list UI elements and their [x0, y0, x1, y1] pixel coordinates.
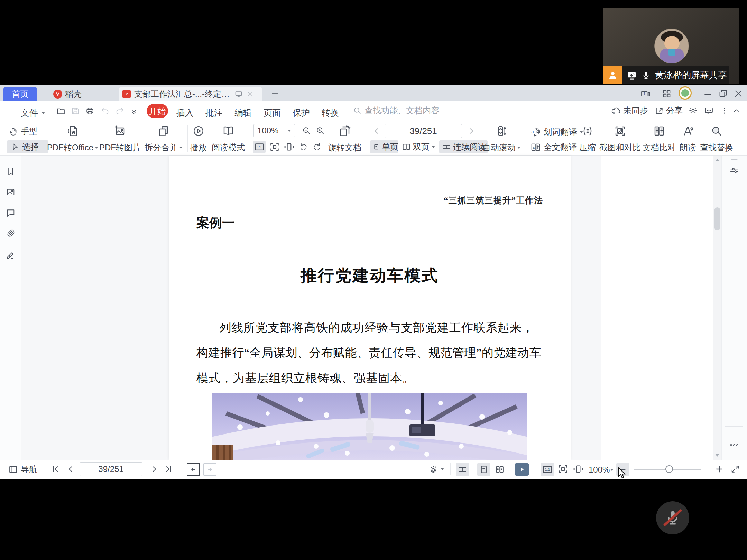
comments-panel-icon[interactable]: [6, 208, 16, 218]
presentation-monitor-icon[interactable]: [234, 90, 243, 98]
ribbon-tab-start[interactable]: 开始: [147, 104, 168, 118]
search-box[interactable]: 查找功能、文档内容: [353, 105, 439, 116]
pdf-to-office-tool[interactable]: PDF转Office: [46, 124, 100, 154]
attachments-panel-icon[interactable]: [6, 228, 16, 238]
rotate-doc-tool[interactable]: 旋转文档: [326, 124, 363, 154]
status-double-page-button[interactable]: [493, 463, 506, 476]
mute-mic-button[interactable]: [656, 501, 689, 534]
zoom-plus-icon[interactable]: [714, 464, 724, 474]
account-avatar[interactable]: [679, 86, 692, 100]
full-translate-tool[interactable]: a 全文翻译: [531, 142, 577, 153]
first-page-icon[interactable]: [50, 464, 60, 474]
eye-protect-toggle[interactable]: [428, 464, 444, 474]
find-replace-tool[interactable]: 查找替换: [699, 124, 735, 154]
double-page-button[interactable]: 双页: [400, 140, 437, 153]
next-page-icon[interactable]: [467, 127, 476, 136]
next-page-icon[interactable]: [149, 464, 159, 474]
history-back-button[interactable]: [187, 463, 200, 476]
pdf-to-image-tool[interactable]: PDF转图片: [99, 124, 141, 154]
more-options-icon[interactable]: [720, 106, 729, 115]
play-tool[interactable]: 播放: [189, 124, 208, 154]
collapse-ribbon-icon[interactable]: [732, 106, 741, 115]
pdf-to-office-caret-icon: [95, 147, 98, 149]
single-page-button[interactable]: 单页: [370, 140, 398, 153]
tab-home[interactable]: 首页: [3, 87, 37, 101]
rotate-ccw-icon[interactable]: [298, 142, 308, 152]
status-page-box[interactable]: 39/251: [80, 462, 142, 476]
restore-window-icon[interactable]: [718, 88, 728, 99]
fit-page-icon[interactable]: [557, 464, 569, 475]
zoom-out-icon[interactable]: [302, 126, 311, 136]
zoom-select[interactable]: 100%: [253, 124, 295, 137]
open-file-icon[interactable]: [56, 106, 66, 116]
close-window-icon[interactable]: [733, 88, 744, 99]
tab-grid-icon[interactable]: [662, 89, 672, 99]
zoom-slider-knob[interactable]: [665, 465, 673, 473]
presenter-video-tile[interactable]: 黄泳桦的屏幕共享: [603, 8, 739, 84]
print-icon[interactable]: [85, 106, 95, 116]
split-merge-tool[interactable]: 拆分合并: [142, 124, 185, 154]
vertical-scrollbar[interactable]: [713, 156, 721, 460]
new-tab-icon[interactable]: [270, 89, 279, 98]
hand-tool[interactable]: 手型: [9, 126, 37, 137]
last-page-icon[interactable]: [164, 464, 174, 474]
scroll-down-icon[interactable]: [715, 454, 720, 457]
reading-mode-tool[interactable]: 阅读模式: [210, 124, 246, 154]
single-window-icon[interactable]: 1: [640, 88, 651, 99]
share-button[interactable]: 分享: [654, 105, 683, 116]
fit-width-icon[interactable]: [284, 141, 295, 152]
zoom-in-icon[interactable]: [315, 126, 325, 136]
ribbon-tab-insert[interactable]: 插入: [176, 107, 194, 119]
bookmarks-panel-icon[interactable]: [6, 167, 16, 176]
avatar-shirt: [668, 49, 675, 56]
settings-gear-icon[interactable]: [688, 106, 698, 115]
save-icon[interactable]: [71, 106, 80, 116]
word-translate-tool[interactable]: a 划词翻译: [531, 127, 583, 138]
feedback-comment-icon[interactable]: [704, 106, 714, 115]
status-actual-size-button[interactable]: 1:1: [541, 463, 554, 476]
status-play-button[interactable]: [515, 463, 529, 476]
file-menu[interactable]: 文件: [21, 107, 38, 119]
continuous-button[interactable]: 连续阅读: [439, 140, 488, 153]
fit-width-icon[interactable]: [573, 464, 584, 475]
ribbon-tab-protect[interactable]: 保护: [293, 107, 310, 119]
scroll-up-icon[interactable]: [715, 158, 720, 162]
undo-icon[interactable]: [100, 106, 110, 116]
redo-icon[interactable]: [115, 106, 124, 116]
signature-panel-icon[interactable]: [6, 250, 16, 260]
rail-more-icon[interactable]: [729, 442, 739, 448]
prev-page-icon[interactable]: [66, 464, 75, 474]
auto-scroll-tool[interactable]: 自动滚动: [481, 124, 522, 154]
read-aloud-tool[interactable]: 朗读: [678, 124, 698, 154]
compress-tool[interactable]: 压缩: [577, 124, 598, 154]
fit-page-icon[interactable]: [269, 141, 280, 152]
main-menu-icon[interactable]: [8, 106, 17, 115]
rotate-cw-icon[interactable]: [312, 142, 322, 152]
screenshot-compare-tool[interactable]: 截图和对比: [598, 124, 642, 154]
more-commands-icon[interactable]: [130, 108, 138, 115]
sync-status[interactable]: 未同步: [611, 105, 648, 116]
rail-drag-handle-icon[interactable]: [730, 158, 739, 163]
actual-size-button[interactable]: 1:1: [253, 141, 266, 153]
images-panel-icon[interactable]: [6, 187, 16, 197]
tab-docer[interactable]: 稻壳: [48, 87, 110, 101]
status-single-page-button[interactable]: [477, 463, 490, 476]
ribbon-tab-page[interactable]: 页面: [264, 107, 281, 119]
ribbon-tab-convert[interactable]: 转换: [322, 107, 339, 119]
prev-page-icon[interactable]: [372, 127, 381, 136]
status-continuous-button[interactable]: [456, 463, 469, 476]
ribbon-tab-edit[interactable]: 编辑: [234, 107, 252, 119]
ribbon-tab-comment[interactable]: 批注: [205, 107, 223, 119]
rail-adjust-sliders-icon[interactable]: [729, 165, 739, 176]
page-indicator-box[interactable]: 39/251: [385, 124, 462, 138]
history-forward-button[interactable]: [203, 463, 216, 476]
navigation-toggle[interactable]: 导航: [8, 464, 37, 475]
fullscreen-icon[interactable]: [730, 464, 740, 474]
tab-document[interactable]: 支部工作法汇总-...-终定稿.pdf: [119, 87, 262, 101]
minimize-icon[interactable]: [703, 88, 713, 99]
scrollbar-thumb[interactable]: [714, 207, 720, 230]
status-zoom-value[interactable]: 100%: [589, 465, 610, 475]
doc-compare-tool[interactable]: 文档比对: [642, 124, 676, 154]
select-tool[interactable]: 选择: [7, 140, 48, 153]
close-tab-icon[interactable]: [246, 91, 253, 97]
